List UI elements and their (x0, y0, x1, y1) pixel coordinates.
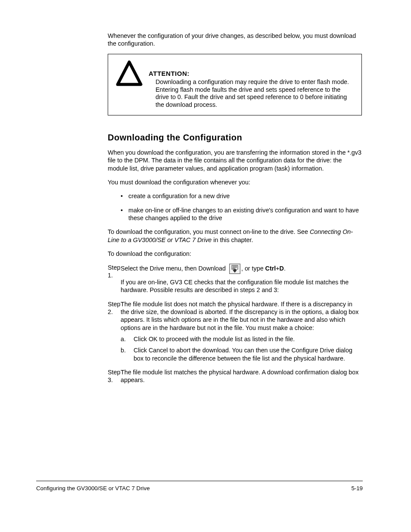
step-text: The file module list does not match the … (121, 300, 362, 362)
substep-letter: b. (121, 346, 132, 362)
substep-b-text: Click Cancel to abort the download. You … (134, 346, 362, 362)
attention-body: Downloading a configuration may require … (156, 78, 354, 109)
step-number: Step 3. (108, 368, 119, 384)
attention-box: ATTENTION: Downloading a configuration m… (108, 54, 362, 115)
substep-list: a. Click OK to proceed with the module l… (121, 335, 362, 362)
substep-letter: a. (121, 335, 132, 343)
bullet-item: • create a configuration for a new drive (121, 192, 362, 200)
svg-marker-0 (118, 62, 141, 84)
svg-rect-5 (232, 267, 237, 268)
bullet-marker: • (121, 206, 127, 222)
footer-rule (36, 481, 363, 481)
substep-a: a. Click OK to proceed with the module l… (121, 335, 362, 343)
key-ctrl: Ctrl (265, 265, 276, 272)
bullet-marker: • (121, 192, 127, 200)
step-2: Step 2. The file module list does not ma… (108, 300, 362, 362)
step-number: Step 1. (108, 264, 119, 294)
attention-title: ATTENTION: (149, 70, 190, 77)
key-d: D (280, 265, 284, 272)
bullet-text: make on-line or off-line changes to an e… (128, 206, 362, 222)
footer-text: Configuring the GV3000/SE or VTAC 7 Driv… (36, 485, 150, 492)
step-1-line-1-before: Select the Drive menu, then Download (121, 265, 227, 272)
page: Whenever the configuration of your drive… (0, 0, 411, 532)
svg-rect-7 (234, 269, 236, 270)
intro-paragraph: Whenever the configuration of your drive… (108, 32, 362, 48)
step-1-continuation: If you are on-line, GV3 CE checks that t… (121, 279, 349, 293)
para-4: To download the configuration: (108, 250, 362, 258)
step-number: Step 2. (108, 300, 119, 362)
para-3: To download the configuration, you must … (108, 228, 362, 244)
step-list: Step 1. Select the Drive menu, then Down… (108, 264, 362, 384)
bullet-list: • create a configuration for a new drive… (121, 192, 362, 222)
download-icon (229, 264, 240, 274)
footer-page-number: 5-19 (351, 485, 363, 492)
para-2: You must download the configuration when… (108, 178, 362, 186)
step-1-after: , or type (241, 265, 265, 272)
substep-b: b. Click Cancel to abort the download. Y… (121, 346, 362, 362)
bullet-item: • make on-line or off-line changes to an… (121, 206, 362, 222)
bullet-text: create a configuration for a new drive (128, 192, 362, 200)
section-heading: Downloading the Configuration (108, 133, 362, 143)
substep-a-text: Click OK to proceed with the module list… (134, 335, 362, 343)
period: . (284, 265, 286, 272)
warning-triangle-icon (116, 60, 143, 87)
para-1: When you download the configuration, you… (108, 149, 362, 172)
step-1: Step 1. Select the Drive menu, then Down… (108, 264, 362, 294)
svg-rect-6 (232, 268, 235, 269)
step-3-text: The file module list matches the physica… (121, 368, 362, 384)
step-2-body: The file module list does not match the … (121, 301, 358, 331)
main-content: Whenever the configuration of your drive… (108, 32, 362, 390)
plus: + (276, 265, 279, 272)
para-3-suffix: in this chapter. (212, 236, 253, 243)
step-3: Step 3. The file module list matches the… (108, 368, 362, 384)
svg-rect-4 (232, 266, 237, 267)
para-3-prefix: To download the configuration, you must … (108, 228, 310, 235)
step-text: Select the Drive menu, then Download , o… (121, 264, 362, 294)
